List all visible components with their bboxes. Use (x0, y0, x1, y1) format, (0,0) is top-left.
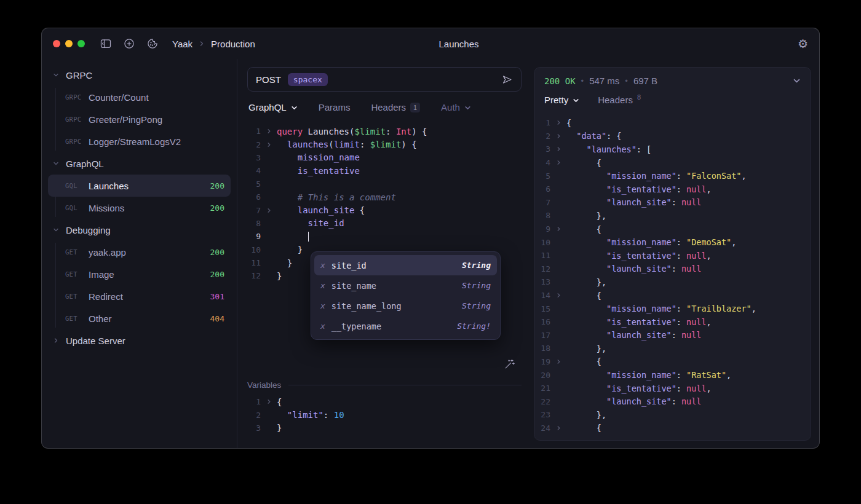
method-tag: GRPC (65, 116, 89, 123)
response-tab-headers[interactable]: Headers8 (598, 95, 641, 105)
code-line: 9 (247, 230, 522, 243)
line-number: 3 (247, 423, 261, 433)
variables-editor[interactable]: 1{2"limit": 103} (247, 395, 522, 435)
sidebar-item-yaak-app[interactable]: GETyaak.app200 (48, 241, 231, 263)
field-kind-icon: x (320, 321, 325, 331)
response-tab-pretty[interactable]: Pretty (544, 95, 579, 105)
code-line: 9{ (534, 222, 811, 236)
chevron-down-icon (53, 227, 60, 233)
fold-chevron-icon[interactable] (550, 293, 566, 298)
request-name: Greeter/PingPong (89, 114, 162, 125)
method-tag: GET (65, 248, 89, 256)
request-tab-headers[interactable]: Headers1 (371, 102, 420, 112)
sidebar-item-greeter-pingpong[interactable]: GRPCGreeter/PingPong (48, 108, 231, 130)
line-number: 12 (534, 264, 550, 274)
sidebar-toggle-icon[interactable] (100, 37, 112, 50)
line-number: 7 (534, 198, 550, 207)
code-line: 12"launch_site": null (534, 262, 811, 276)
line-number: 16 (534, 317, 550, 326)
method-tag: GQL (65, 204, 89, 211)
sidebar-item-launches[interactable]: GQLLaunches200 (48, 175, 231, 197)
line-number: 4 (247, 166, 261, 175)
field-kind-icon: x (320, 301, 325, 310)
cookie-icon[interactable] (146, 37, 159, 50)
fold-chevron-icon[interactable] (550, 359, 566, 364)
divider (288, 385, 522, 385)
code-line: 14{ (534, 289, 811, 302)
response-menu-chevron-icon[interactable] (793, 77, 801, 85)
line-number: 13 (534, 277, 550, 286)
line-number: 1 (247, 127, 261, 136)
zoom-window-button[interactable] (77, 40, 85, 47)
sidebar-item-redirect[interactable]: GETRedirect301 (48, 285, 231, 307)
format-wand-icon[interactable] (504, 358, 515, 370)
code-line: 6# This is a comment (247, 191, 522, 203)
fold-chevron-icon[interactable] (261, 399, 277, 404)
sidebar-group-debugging[interactable]: Debugging (48, 219, 231, 241)
code-text: "is_tentative": null, (566, 184, 712, 194)
request-tab-params[interactable]: Params (319, 102, 351, 112)
code-line: 2launches(limit: $limit) { (247, 138, 522, 151)
fold-chevron-icon[interactable] (550, 425, 566, 431)
variables-header: Variables (247, 380, 522, 390)
request-tab-graphql[interactable]: GraphQL (248, 102, 298, 112)
request-tabs: GraphQLParamsHeaders1Auth (247, 92, 522, 120)
status-code-badge: 200 (210, 270, 224, 279)
request-name: Launches (89, 181, 129, 191)
line-number: 20 (534, 371, 550, 380)
sidebar-group-update-server[interactable]: Update Server (48, 329, 231, 352)
autocomplete-item--typename[interactable]: x__typenameString! (314, 316, 497, 336)
fold-chevron-icon[interactable] (550, 120, 566, 125)
code-line: 6"is_tentative": null, (534, 183, 811, 196)
fold-chevron-icon[interactable] (261, 128, 277, 134)
close-window-button[interactable] (53, 40, 60, 47)
sidebar-item-other[interactable]: GETOther404 (48, 307, 231, 329)
sidebar-item-missions[interactable]: GQLMissions200 (48, 197, 231, 219)
sidebar-group-grpc[interactable]: GRPC (48, 64, 231, 86)
fold-chevron-icon[interactable] (261, 208, 277, 213)
fold-chevron-icon[interactable] (550, 226, 566, 232)
request-url-pill: spacex (288, 73, 328, 86)
add-request-icon[interactable] (123, 37, 135, 50)
response-body-viewer[interactable]: 1{2"data": {3"launches": [4{5"mission_na… (534, 116, 811, 435)
code-text: }, (566, 211, 606, 221)
status-code-badge: 404 (210, 314, 224, 323)
sidebar-group-label: Update Server (66, 336, 125, 346)
code-text: launch_site { (277, 205, 365, 215)
request-tab-auth[interactable]: Auth (441, 102, 471, 112)
autocomplete-item-site-id[interactable]: xsite_idString (314, 255, 497, 275)
minimize-window-button[interactable] (65, 40, 73, 47)
tab-label: GraphQL (248, 102, 287, 112)
send-request-icon[interactable] (501, 74, 513, 85)
settings-gear-icon[interactable]: ⚙︎ (798, 38, 808, 50)
autocomplete-item-site-name[interactable]: xsite_nameString (314, 275, 497, 296)
sidebar-item-logger-streamlogsv2[interactable]: GRPCLogger/StreamLogsV2 (48, 130, 231, 152)
breadcrumb-workspace[interactable]: Yaak (172, 39, 192, 49)
line-number: 22 (534, 397, 550, 406)
fold-chevron-icon[interactable] (550, 160, 566, 165)
code-line: 22"launch_site": null (534, 395, 811, 408)
autocomplete-item-site-name-long[interactable]: xsite_name_longString (314, 296, 497, 316)
line-number: 6 (534, 184, 550, 194)
fold-chevron-icon[interactable] (550, 133, 566, 139)
status-code-badge: 200 (210, 203, 224, 213)
sidebar-item-counter-count[interactable]: GRPCCounter/Count (48, 86, 231, 108)
code-text: "data": { (566, 131, 621, 141)
code-text: "launches": [ (566, 144, 651, 154)
code-line: 16"is_tentative": null, (534, 315, 811, 329)
request-name: Missions (89, 203, 124, 213)
breadcrumb-environment[interactable]: Production (211, 39, 255, 49)
separator-dot: • (581, 76, 584, 85)
fold-chevron-icon[interactable] (261, 142, 277, 148)
line-number: 11 (247, 258, 261, 267)
status-code-badge: 200 (210, 248, 224, 257)
fold-chevron-icon[interactable] (550, 146, 566, 152)
code-line: 15"mission_name": "Trailblazer", (534, 302, 811, 315)
line-number: 9 (534, 224, 550, 234)
code-line: 2"data": { (534, 130, 811, 143)
url-bar[interactable]: POST spacex (247, 67, 522, 92)
sidebar-item-image[interactable]: GETImage200 (48, 263, 231, 285)
code-line: 20"mission_name": "RatSat", (534, 368, 811, 382)
sidebar-group-label: GraphQL (66, 159, 104, 169)
sidebar-group-graphql[interactable]: GraphQL (48, 152, 231, 175)
